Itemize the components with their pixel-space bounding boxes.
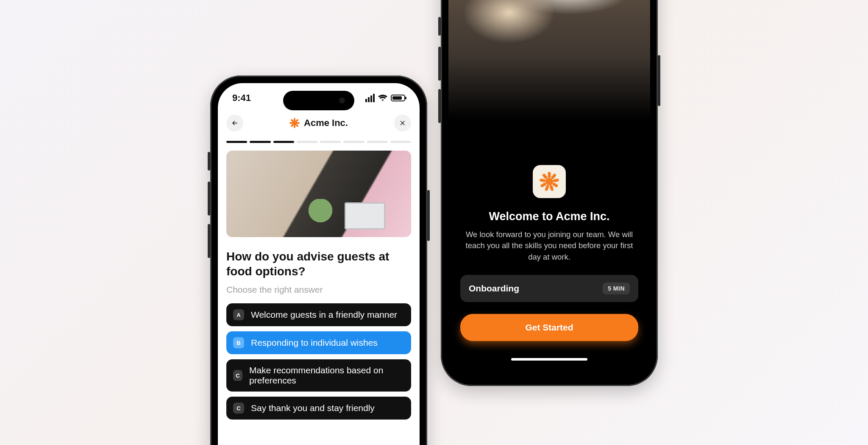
progress-segment bbox=[390, 141, 411, 143]
answer-letter: C bbox=[233, 403, 244, 414]
progress-bar bbox=[218, 141, 420, 151]
answer-text: Responding to individual wishes bbox=[251, 338, 378, 348]
welcome-title: Welcome to Acme Inc. bbox=[489, 210, 609, 223]
onboarding-card[interactable]: Onboarding 5 MIN bbox=[460, 275, 638, 302]
answer-text: Make recommendations based on preference… bbox=[249, 365, 404, 386]
progress-segment bbox=[343, 141, 364, 143]
phone-side-button bbox=[208, 152, 210, 171]
status-time: 9:41 bbox=[232, 92, 251, 104]
phone-side-button bbox=[438, 17, 441, 36]
cellular-icon bbox=[365, 94, 375, 102]
brand-logo-tile bbox=[533, 165, 566, 198]
phone-side-button bbox=[438, 47, 441, 81]
battery-icon bbox=[391, 95, 405, 101]
page-title: Acme Inc. bbox=[289, 118, 348, 129]
progress-segment bbox=[273, 141, 294, 143]
answer-option[interactable]: CSay thank you and stay friendly bbox=[226, 397, 411, 420]
answer-letter: A bbox=[233, 309, 244, 320]
phone-side-button bbox=[208, 182, 210, 216]
page-title-text: Acme Inc. bbox=[304, 118, 348, 129]
welcome-subtitle: We look forward to you joining our team.… bbox=[460, 229, 638, 263]
phone-side-button bbox=[208, 224, 210, 258]
question-hint: Choose the right answer bbox=[218, 281, 420, 303]
progress-segment bbox=[297, 141, 317, 143]
answer-text: Welcome guests in a friendly manner bbox=[251, 310, 397, 320]
phone-side-button bbox=[658, 55, 660, 106]
brand-sun-icon bbox=[540, 172, 559, 191]
progress-segment bbox=[250, 141, 270, 143]
back-button[interactable] bbox=[226, 115, 243, 132]
answer-letter: B bbox=[233, 337, 244, 348]
answer-option[interactable]: CMake recommendations based on preferenc… bbox=[226, 359, 411, 392]
answer-list: AWelcome guests in a friendly mannerBRes… bbox=[218, 303, 420, 420]
phone-side-button bbox=[427, 190, 430, 241]
answer-option[interactable]: BResponding to individual wishes bbox=[226, 331, 411, 354]
phone-mockup-left: 9:41 bbox=[210, 76, 427, 445]
progress-segment bbox=[226, 141, 247, 143]
brand-sun-icon bbox=[289, 118, 300, 128]
arrow-left-icon bbox=[231, 119, 239, 127]
lesson-hero-image bbox=[226, 151, 411, 237]
phone-side-button bbox=[438, 89, 441, 123]
answer-letter: C bbox=[233, 370, 242, 381]
phone-mockup-right: Welcome to Acme Inc. We look forward to … bbox=[441, 0, 658, 386]
progress-segment bbox=[320, 141, 341, 143]
get-started-button[interactable]: Get Started bbox=[460, 314, 638, 341]
wifi-icon bbox=[378, 94, 387, 102]
duration-badge: 5 MIN bbox=[603, 283, 630, 294]
onboarding-card-label: Onboarding bbox=[469, 283, 519, 294]
close-icon bbox=[399, 120, 406, 126]
home-indicator bbox=[511, 358, 587, 361]
phone-notch bbox=[283, 91, 354, 110]
app-top-bar: Acme Inc. bbox=[218, 107, 420, 141]
close-button[interactable] bbox=[394, 115, 411, 132]
question-text: How do you advise guests at food options… bbox=[218, 237, 420, 281]
answer-text: Say thank you and stay friendly bbox=[251, 403, 375, 413]
progress-segment bbox=[367, 141, 388, 143]
answer-option[interactable]: AWelcome guests in a friendly manner bbox=[226, 303, 411, 326]
